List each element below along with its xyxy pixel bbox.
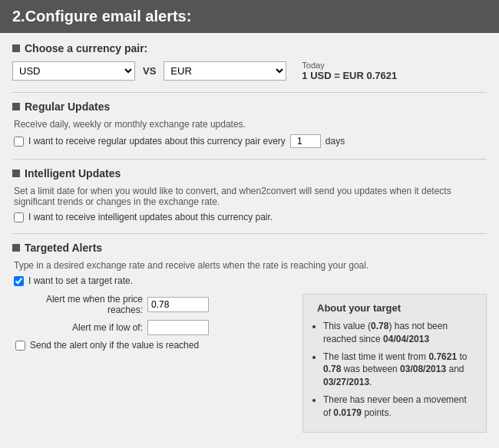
price-reaches-label: Alert me when the price reaches: xyxy=(12,294,143,315)
intelligent-updates-checkbox-row: I want to receive intelligent updates ab… xyxy=(12,212,487,222)
divider-2 xyxy=(12,159,487,160)
set-target-checkbox-row: I want to set a target rate. xyxy=(12,275,487,286)
price-reaches-row: Alert me when the price reaches: xyxy=(12,294,292,315)
send-only-checkbox[interactable] xyxy=(15,341,25,351)
divider-1 xyxy=(12,92,487,93)
bullet-icon xyxy=(12,103,20,110)
targeted-alerts-title: Targeted Alerts xyxy=(12,242,487,254)
about-target-list: This value (0.78) has not been reached s… xyxy=(312,320,477,420)
today-label: Today xyxy=(302,61,397,70)
set-target-checkbox[interactable] xyxy=(14,276,24,286)
vs-label: VS xyxy=(143,65,156,77)
low-of-row: Alert me if low of: xyxy=(12,320,292,335)
to-currency-select[interactable]: EUR USD GBP xyxy=(164,61,286,81)
intelligent-updates-label: I want to receive intelligent updates ab… xyxy=(28,212,273,222)
page-container: 2.Configure email alerts: Choose a curre… xyxy=(0,0,499,448)
intelligent-updates-desc: Set a limit date for when you would like… xyxy=(12,186,487,207)
regular-updates-title: Regular Updates xyxy=(12,100,487,113)
about-bullet-2: The last time it went from 0.7621 to 0.7… xyxy=(323,351,477,389)
about-target-title: About your target xyxy=(312,302,477,314)
low-of-input[interactable] xyxy=(147,320,209,335)
exchange-rate: 1 USD = EUR 0.7621 xyxy=(302,70,397,81)
page-content: Choose a currency pair: USD EUR GBP VS E… xyxy=(0,33,499,448)
page-header: 2.Configure email alerts: xyxy=(0,0,499,33)
send-only-row: Send the alert only if the value is reac… xyxy=(12,340,292,351)
intelligent-updates-title: Intelligent Updates xyxy=(12,167,487,180)
regular-updates-section: Regular Updates Receive daily, weekly or… xyxy=(12,100,487,148)
targeted-alerts-desc: Type in a desired exchange rate and rece… xyxy=(12,260,487,271)
regular-updates-desc: Receive daily, weekly or monthly exchang… xyxy=(12,119,487,130)
divider-3 xyxy=(12,233,487,234)
regular-updates-checkbox-row: I want to receive regular updates about … xyxy=(12,134,487,148)
bullet-icon xyxy=(12,244,20,252)
page-title: 2.Configure email alerts: xyxy=(12,8,487,25)
about-bullet-3: There has never been a movement of 0.017… xyxy=(323,394,477,420)
currency-section-title: Choose a currency pair: xyxy=(12,42,487,54)
price-reaches-input[interactable] xyxy=(147,297,209,312)
target-form-row: Alert me when the price reaches: Alert m… xyxy=(12,294,487,433)
currency-row: USD EUR GBP VS EUR USD GBP Today 1 USD =… xyxy=(12,61,487,81)
target-left: Alert me when the price reaches: Alert m… xyxy=(12,294,292,351)
days-spinner[interactable] xyxy=(290,134,321,148)
intelligent-updates-section: Intelligent Updates Set a limit date for… xyxy=(12,167,487,222)
bullet-icon xyxy=(12,44,20,52)
today-rate-box: Today 1 USD = EUR 0.7621 xyxy=(302,61,397,81)
low-of-label: Alert me if low of: xyxy=(12,322,143,333)
intelligent-updates-checkbox[interactable] xyxy=(14,212,24,222)
days-suffix-label: days xyxy=(326,136,345,147)
bullet-icon xyxy=(12,170,20,177)
regular-updates-checkbox[interactable] xyxy=(14,137,24,147)
set-target-label: I want to set a target rate. xyxy=(28,275,133,286)
about-target-box: About your target This value (0.78) has … xyxy=(302,294,487,433)
about-bullet-1: This value (0.78) has not been reached s… xyxy=(323,320,477,346)
from-currency-select[interactable]: USD EUR GBP xyxy=(12,61,135,81)
targeted-alerts-section: Targeted Alerts Type in a desired exchan… xyxy=(12,242,487,433)
send-only-label: Send the alert only if the value is reac… xyxy=(30,340,199,351)
regular-updates-label: I want to receive regular updates about … xyxy=(28,136,286,147)
currency-section: Choose a currency pair: USD EUR GBP VS E… xyxy=(12,42,487,81)
